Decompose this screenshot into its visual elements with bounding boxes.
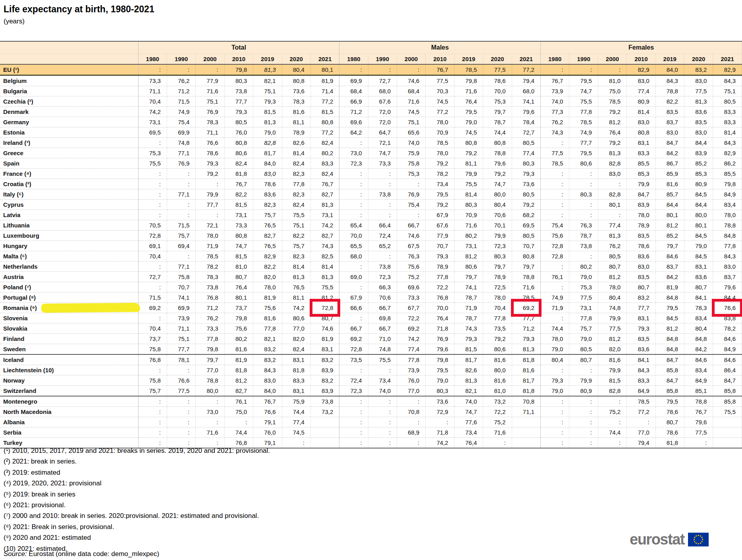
value-cell: 74,6	[397, 231, 426, 241]
value-cell: 79,6	[426, 344, 454, 355]
value-cell: 75,8	[167, 272, 195, 282]
value-cell: 85,2	[655, 231, 684, 241]
value-cell: 79,9	[196, 189, 224, 200]
value-cell: 74,0	[454, 396, 483, 407]
value-cell: :	[339, 210, 368, 220]
value-cell: 74,5	[426, 96, 454, 107]
value-cell: :	[569, 179, 598, 189]
value-cell: 73,1	[138, 117, 167, 127]
value-cell: 71,5	[167, 220, 195, 231]
value-cell: 78,6	[196, 148, 224, 158]
value-cell: 75,7	[253, 210, 282, 220]
value-cell: 70,7	[426, 241, 454, 251]
value-cell: 75,5	[282, 210, 310, 220]
country-cell: Poland (⁷)	[0, 282, 138, 293]
value-cell: 79,0	[253, 127, 282, 138]
footnote-1: (¹) 2010, 2015, 2017, 2019 and 2021: bre…	[4, 445, 270, 456]
value-cell: 81,9	[310, 334, 339, 344]
value-cell: 73,2	[483, 396, 512, 407]
value-cell: 77,5	[684, 427, 713, 438]
value-cell: 74,6	[310, 323, 339, 334]
value-cell: 82,8	[253, 138, 282, 148]
value-cell: 81,7	[512, 375, 540, 386]
country-cell: Liechtenstein (10)	[0, 365, 138, 375]
country-cell: EU (¹)	[0, 64, 138, 75]
value-cell: 70,4	[138, 96, 167, 107]
value-cell: 86,7	[655, 158, 684, 169]
value-cell: 83,6	[627, 344, 655, 355]
value-cell: 79,9	[569, 375, 598, 386]
value-cell: 72,5	[483, 282, 512, 293]
value-cell: 85,2	[684, 158, 713, 169]
value-cell: 69,2	[339, 334, 368, 344]
value-cell: 72,1	[196, 220, 224, 231]
value-cell: 79,7	[483, 107, 512, 117]
value-cell: 79,0	[426, 375, 454, 386]
value-cell: 80,6	[483, 344, 512, 355]
value-cell: 82,2	[655, 96, 684, 107]
value-cell: :	[339, 138, 368, 148]
country-cell: Denmark	[0, 107, 138, 117]
value-cell: 77,7	[569, 138, 598, 148]
value-cell: :	[598, 438, 626, 448]
value-cell: 79,0	[569, 334, 598, 344]
value-cell: 78,8	[655, 86, 684, 96]
value-cell: :	[368, 417, 397, 427]
value-cell: :	[368, 169, 397, 179]
value-cell: 82,2	[282, 231, 310, 241]
table-row-eu: EU (¹):::79,881,380,480,1:::76,778,577,5…	[0, 64, 742, 75]
country-cell: Germany	[0, 117, 138, 127]
value-cell: 82,6	[282, 138, 310, 148]
value-cell: 82,4	[282, 344, 310, 355]
value-cell: 78,3	[196, 272, 224, 282]
value-cell: :	[569, 251, 598, 262]
value-cell: 77,5	[426, 75, 454, 86]
value-cell	[713, 438, 742, 448]
value-cell: 84,3	[627, 365, 655, 375]
value-cell: 72,8	[138, 231, 167, 241]
value-cell: 78,7	[454, 293, 483, 303]
country-cell: Norway	[0, 375, 138, 386]
value-cell: 77,4	[397, 344, 426, 355]
value-cell: 83,0	[655, 127, 684, 138]
table-row-north-macedonia: North Macedonia::73,075,076,674,473,2::7…	[0, 407, 742, 417]
value-cell: 76,4	[454, 438, 483, 448]
value-cell: 84,8	[655, 344, 684, 355]
value-cell: 79,3	[454, 334, 483, 344]
value-cell: 80,7	[627, 282, 655, 293]
value-cell: 81,7	[454, 354, 483, 365]
value-cell: 84,0	[655, 64, 684, 75]
value-cell: 83,1	[282, 386, 310, 396]
country-cell: Montenegro	[0, 396, 138, 407]
value-cell: :	[196, 417, 224, 427]
table-row-latvia: Latvia:::73,175,775,573,1:::67,970,970,6…	[0, 210, 742, 220]
value-cell: 84,1	[627, 354, 655, 365]
value-cell: 80,0	[483, 189, 512, 200]
value-cell: 81,2	[598, 117, 626, 127]
value-cell: 82,4	[282, 158, 310, 169]
year-header-females-2021: 2021	[713, 54, 742, 65]
value-cell: 78,7	[569, 231, 598, 241]
value-cell: 84,0	[253, 386, 282, 396]
value-cell: 77,8	[569, 107, 598, 117]
table-row-romania: Romania (⁹)69,269,971,273,775,674,272,86…	[0, 303, 742, 313]
value-cell: 84,9	[713, 189, 742, 200]
value-cell: 82,9	[253, 251, 282, 262]
table-row-cyprus: Cyprus::77,781,582,382,481,3::75,479,280…	[0, 200, 742, 210]
value-cell: 74,8	[167, 138, 195, 148]
value-cell: 80,1	[224, 293, 253, 303]
table-header: TotalMalesFemales19801990200020102019202…	[0, 41, 742, 64]
value-cell: 66,7	[368, 303, 397, 313]
value-cell: 81,3	[598, 231, 626, 241]
value-cell: 85,8	[713, 386, 742, 396]
value-cell: 79,1	[253, 417, 282, 427]
value-cell: :	[138, 365, 167, 375]
value-cell: 78,6	[627, 241, 655, 251]
value-cell: :	[627, 417, 655, 427]
corner-cell	[0, 54, 138, 65]
value-cell: 77,6	[454, 417, 483, 427]
value-cell: 74,7	[368, 148, 397, 158]
country-cell: Croatia (²)	[0, 179, 138, 189]
value-cell: 80,5	[512, 231, 540, 241]
value-cell: 83,0	[253, 375, 282, 386]
